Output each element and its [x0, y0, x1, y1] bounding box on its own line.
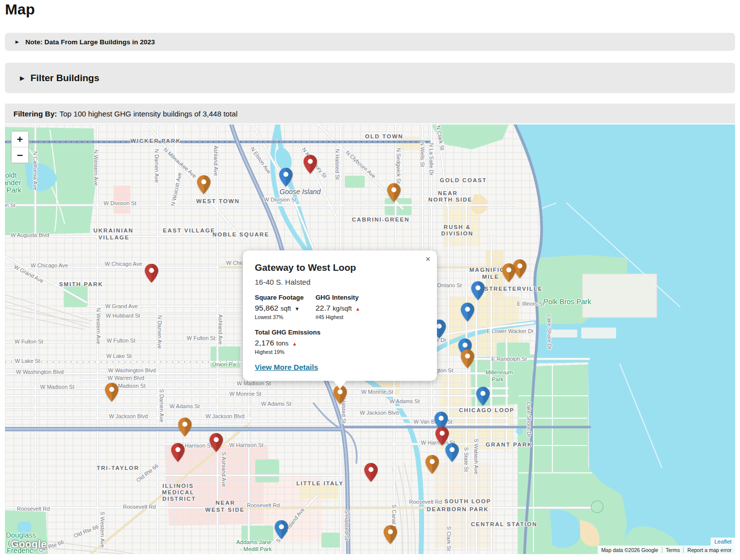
filter-status-bar: Filtering By: Top 100 highest GHG intens… [5, 104, 735, 123]
map-marker-orange[interactable] [197, 175, 211, 194]
total-emissions-stat: Total GHG Emissions 2,176 tons ▲ Highest… [255, 329, 425, 355]
expand-arrow-icon: ▶ [15, 40, 19, 44]
map-marker-blue[interactable] [461, 303, 474, 322]
filter-buildings-accordion[interactable]: ▶ Filter Buildings [5, 63, 735, 93]
filter-status-text: Top 100 highest GHG intensity buildings … [60, 110, 238, 118]
map-attribution-bar: Map data ©2026 Google Terms Report a map… [598, 546, 735, 554]
popup-building-name: Gateway to West Loop [255, 262, 425, 273]
popup-tail [333, 381, 346, 389]
map-marker-red[interactable] [210, 433, 223, 452]
map-marker-orange[interactable] [105, 383, 118, 402]
zoom-control: + − [11, 131, 29, 163]
map-marker-red[interactable] [364, 463, 378, 482]
note-accordion[interactable]: ▶ Note: Data From Large Buildings in 202… [5, 33, 735, 51]
google-logo: Google [11, 539, 47, 550]
filter-accordion-label: Filter Buildings [30, 73, 99, 84]
map-marker-blue[interactable] [275, 520, 288, 539]
leaflet-attribution-link[interactable]: Leaflet [711, 538, 735, 546]
popup-building-address: 16-40 S. Halsted [255, 278, 425, 286]
map-marker-red[interactable] [304, 155, 317, 174]
zoom-out-button[interactable]: − [11, 147, 28, 163]
expand-arrow-icon: ▶ [20, 75, 24, 81]
map-canvas[interactable]: WICKER PARKOLD TOWNWEST TOWNGOLD COASTNE… [5, 124, 735, 554]
map-marker-red[interactable] [171, 443, 185, 462]
map-marker-orange[interactable] [387, 183, 401, 202]
zoom-in-button[interactable]: + [11, 131, 28, 147]
map-marker-blue[interactable] [445, 443, 459, 462]
close-icon[interactable]: × [425, 254, 430, 264]
ghg-intensity-stat: GHG Intensity 22.7 kg/sqft ▲ #45 Highest [316, 294, 376, 320]
report-map-error-link[interactable]: Report a map error [684, 547, 735, 553]
triangle-down-icon: ▼ [295, 306, 300, 312]
map-marker-red[interactable] [145, 264, 158, 283]
map-marker-orange[interactable] [384, 525, 397, 544]
filter-status-prefix: Filtering By: [13, 110, 57, 118]
map-marker-blue[interactable] [471, 281, 485, 300]
map-marker-blue[interactable] [476, 387, 490, 406]
map-marker-orange[interactable] [502, 263, 516, 282]
map-marker-orange[interactable] [425, 455, 439, 474]
note-accordion-label: Note: Data From Large Buildings in 2023 [25, 38, 155, 46]
triangle-up-icon: ▲ [292, 341, 297, 346]
square-footage-stat: Square Footage 95,862 sqft ▼ Lowest 37% [255, 294, 316, 320]
map-marker-blue[interactable] [279, 168, 293, 187]
map-data-text: Map data ©2026 Google [598, 547, 662, 553]
map-marker-orange[interactable] [461, 349, 474, 368]
view-more-details-link[interactable]: View More Details [255, 363, 318, 371]
building-popup: × Gateway to West Loop 16-40 S. Halsted … [243, 250, 437, 381]
triangle-up-icon: ▲ [355, 306, 360, 312]
page-title: Map [5, 1, 35, 18]
terms-link[interactable]: Terms [662, 547, 684, 553]
map-marker-orange[interactable] [178, 418, 192, 437]
